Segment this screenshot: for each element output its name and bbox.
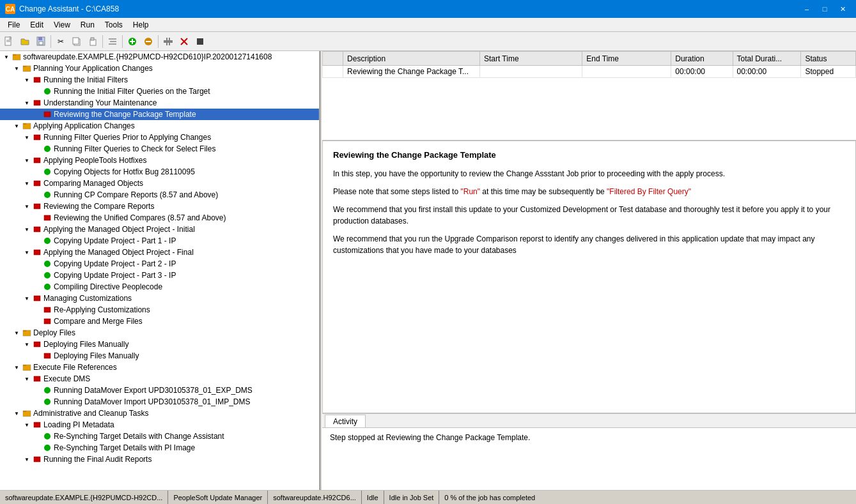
tree-toggle-root[interactable]: ▼ bbox=[1, 54, 12, 60]
menu-help[interactable]: Help bbox=[128, 18, 154, 31]
tree-item-32[interactable]: ▼ Loading PI Metadata bbox=[0, 419, 319, 431]
tree-item-17[interactable]: ▼ Applying the Managed Object Project - … bbox=[0, 247, 319, 258]
tree-item-24[interactable]: ▼ Deploy Files bbox=[0, 327, 319, 339]
tb-remove[interactable] bbox=[141, 34, 156, 49]
tree-toggle-9[interactable]: ▼ bbox=[22, 158, 32, 164]
tb-copy[interactable] bbox=[69, 34, 84, 49]
tree-icon-13 bbox=[32, 202, 42, 211]
tree-toggle-24[interactable]: ▼ bbox=[12, 330, 22, 336]
tree-icon-3 bbox=[42, 87, 52, 96]
menu-tools[interactable]: Tools bbox=[100, 18, 128, 31]
tree-item-11[interactable]: ▼ Comparing Managed Objects bbox=[0, 178, 319, 189]
tree-item-13[interactable]: ▼ Reviewing the Compare Reports bbox=[0, 201, 319, 212]
close-button[interactable]: ✕ bbox=[834, 1, 851, 17]
tree-item-9[interactable]: ▼ Applying PeopleTools Hotfixes bbox=[0, 155, 319, 166]
tree-label-17: Applying the Managed Object Project - Fi… bbox=[43, 248, 194, 257]
main-content: ▼ softwareupdate.EXAMPLE.{H92PUMCD-H92CD… bbox=[0, 51, 856, 490]
tree-item-20[interactable]: Compiling Directive Peoplecode bbox=[0, 281, 319, 293]
tree-item-1[interactable]: ▼ Planning Your Application Changes bbox=[0, 63, 319, 74]
tree-item-29[interactable]: Running DataMover Export UPD30105378_01_… bbox=[0, 385, 319, 396]
tree-item-4[interactable]: ▼ Understanding Your Maintenance bbox=[0, 97, 319, 109]
tb-open[interactable] bbox=[17, 34, 33, 49]
tree-toggle-28[interactable]: ▼ bbox=[22, 376, 32, 382]
svg-rect-62 bbox=[34, 422, 40, 427]
col-header-status[interactable]: Status bbox=[801, 52, 856, 66]
menu-edit[interactable]: Edit bbox=[25, 18, 49, 31]
svg-point-46 bbox=[44, 272, 51, 279]
tree-toggle-17[interactable]: ▼ bbox=[22, 250, 32, 256]
menu-run[interactable]: Run bbox=[75, 18, 100, 31]
tree-item-6[interactable]: ▼ Applying Application Changes bbox=[0, 120, 319, 132]
tree-item-26[interactable]: Deploying Files Manually bbox=[0, 350, 319, 362]
col-header-duration[interactable]: Duration bbox=[671, 52, 733, 66]
tree-item-35[interactable]: ▼ Running the Final Audit Reports bbox=[0, 454, 319, 465]
tree-toggle-4[interactable]: ▼ bbox=[22, 100, 32, 106]
tree-item-30[interactable]: Running DataMover Import UPD30105378_01_… bbox=[0, 396, 319, 408]
tree-item-7[interactable]: ▼ Running Filter Queries Prior to Applyi… bbox=[0, 132, 319, 143]
svg-point-35 bbox=[44, 146, 51, 152]
tb-cut[interactable]: ✂ bbox=[53, 34, 68, 49]
tree-toggle-7[interactable]: ▼ bbox=[22, 135, 32, 141]
tree-item-8[interactable]: Running Filter Queries to Check for Sele… bbox=[0, 143, 319, 155]
tree-item-15[interactable]: ▼ Applying the Managed Object Project - … bbox=[0, 224, 319, 235]
menu-view[interactable]: View bbox=[49, 18, 75, 31]
tree-item-14[interactable]: Reviewing the Unified Compares (8.57 and… bbox=[0, 212, 319, 224]
tree-root[interactable]: ▼ softwareupdate.EXAMPLE.{H92PUMCD-H92CD… bbox=[0, 51, 319, 63]
maximize-button[interactable]: □ bbox=[816, 1, 833, 17]
col-header-totalduration[interactable]: Total Durati... bbox=[733, 52, 801, 66]
tree-toggle-27[interactable]: ▼ bbox=[12, 365, 22, 370]
tree-item-28[interactable]: ▼ Execute DMS bbox=[0, 373, 319, 385]
tree-item-3[interactable]: Running the Initial Filter Queries on th… bbox=[0, 86, 319, 97]
tree-toggle-6[interactable]: ▼ bbox=[12, 123, 22, 129]
tb-block[interactable] bbox=[192, 34, 208, 49]
tree-icon-23 bbox=[42, 317, 52, 326]
col-header-description[interactable]: Description bbox=[343, 52, 480, 66]
tree-toggle-32[interactable]: ▼ bbox=[22, 422, 32, 428]
tb-add[interactable] bbox=[125, 34, 140, 49]
tree-item-16[interactable]: Copying Update Project - Part 1 - IP bbox=[0, 235, 319, 247]
col-header-endtime[interactable]: End Time bbox=[582, 52, 671, 66]
tb-new[interactable] bbox=[1, 34, 17, 49]
tree-item-25[interactable]: ▼ Deploying Files Manually bbox=[0, 339, 319, 350]
tree-item-34[interactable]: Re-Synching Target Details with PI Image bbox=[0, 442, 319, 454]
tree-item-21[interactable]: ▼ Managing Customizations bbox=[0, 293, 319, 304]
svg-point-59 bbox=[44, 399, 51, 405]
svg-point-45 bbox=[44, 261, 51, 267]
svg-rect-9 bbox=[91, 38, 94, 40]
tree-item-19[interactable]: Copying Update Project - Part 3 - IP bbox=[0, 270, 319, 281]
menu-file[interactable]: File bbox=[3, 18, 25, 31]
grid-row-1[interactable]: Reviewing the Change Package T... 00:00:… bbox=[323, 66, 856, 78]
tree-item-27[interactable]: ▼ Execute File References bbox=[0, 362, 319, 373]
tb-settings[interactable] bbox=[160, 34, 176, 49]
tb-save[interactable] bbox=[33, 34, 49, 49]
tb-paste[interactable] bbox=[85, 34, 100, 49]
tree-item-33[interactable]: Re-Synching Target Details with Change A… bbox=[0, 431, 319, 442]
tree-item-2[interactable]: ▼ Running the Initial Filters bbox=[0, 74, 319, 86]
tree-item-12[interactable]: Running CP Compare Reports (8.57 and Abo… bbox=[0, 189, 319, 201]
tree-item-31[interactable]: ▼ Administrative and Cleanup Tasks bbox=[0, 408, 319, 419]
tb-stop[interactable] bbox=[176, 34, 192, 49]
minimize-button[interactable]: – bbox=[798, 1, 815, 17]
tree-toggle-31[interactable]: ▼ bbox=[12, 411, 22, 416]
tree-toggle-1[interactable]: ▼ bbox=[12, 66, 22, 72]
tree-item-10[interactable]: Copying Objects for Hotfix Bug 28110095 bbox=[0, 166, 319, 178]
tree-item-23[interactable]: Compare and Merge Files bbox=[0, 316, 319, 327]
tree-toggle-11[interactable]: ▼ bbox=[22, 181, 32, 187]
tree-toggle-21[interactable]: ▼ bbox=[22, 296, 32, 302]
tree-toggle-35[interactable]: ▼ bbox=[22, 457, 32, 462]
tree-toggle-13[interactable]: ▼ bbox=[22, 204, 32, 210]
tree-toggle-2[interactable]: ▼ bbox=[22, 77, 32, 83]
tree-toggle-25[interactable]: ▼ bbox=[22, 342, 32, 347]
svg-point-29 bbox=[44, 88, 51, 95]
tree-item-22[interactable]: Re-Applying Customizations bbox=[0, 304, 319, 316]
tree-view[interactable]: ▼ softwareupdate.EXAMPLE.{H92PUMCD-H92CD… bbox=[0, 51, 319, 490]
tree-label-7: Running Filter Queries Prior to Applying… bbox=[43, 133, 211, 142]
activity-tab-item[interactable]: Activity bbox=[325, 415, 366, 427]
tb-indent[interactable] bbox=[105, 34, 120, 49]
col-header-starttime[interactable]: Start Time bbox=[479, 52, 582, 66]
toolbar: ✂ bbox=[0, 32, 856, 51]
tree-toggle-15[interactable]: ▼ bbox=[22, 227, 32, 233]
tree-item-18[interactable]: Copying Update Project - Part 2 - IP bbox=[0, 258, 319, 270]
grid-container[interactable]: Description Start Time End Time Duration… bbox=[322, 51, 856, 141]
tree-item-5[interactable]: Reviewing the Change Package Template bbox=[0, 109, 319, 120]
